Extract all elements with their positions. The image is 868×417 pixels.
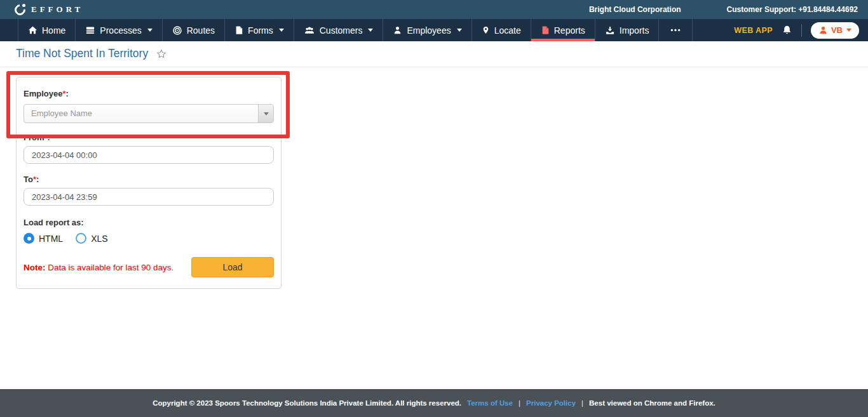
chevron-down-icon <box>279 29 284 32</box>
copyright-text: Copyright © 2023 Spoors Technology Solut… <box>153 399 461 407</box>
nav-item-customers[interactable]: Customers <box>294 19 384 41</box>
nav-item-home[interactable]: Home <box>18 19 76 41</box>
employees-icon <box>393 25 402 35</box>
chevron-down-icon <box>846 29 851 32</box>
web-app-link[interactable]: WEB APP <box>734 26 773 35</box>
forms-icon <box>234 25 243 35</box>
nav-item-routes[interactable]: Routes <box>163 19 225 41</box>
brand[interactable]: EFFORT <box>14 4 83 16</box>
user-icon <box>818 25 828 35</box>
user-menu-button[interactable]: VB <box>811 22 859 39</box>
chevron-down-icon <box>457 29 462 32</box>
company-name: Bright Cloud Corporation <box>589 5 681 14</box>
privacy-policy-link[interactable]: Privacy Policy <box>526 399 576 407</box>
processes-icon <box>85 25 95 35</box>
chevron-down-icon <box>264 112 269 116</box>
more-icon <box>668 25 682 35</box>
routes-icon <box>172 25 182 36</box>
load-report-as-label: Load report as: <box>24 218 274 227</box>
imports-icon <box>605 25 615 35</box>
employee-select-placeholder: Employee Name <box>24 105 258 122</box>
note-text: Note: Data is available for last 90 days… <box>24 263 173 272</box>
title-divider <box>0 67 868 67</box>
radio-option-xls[interactable]: XLS <box>76 233 107 244</box>
from-label: From*: <box>24 133 274 142</box>
employee-label: Employee*: <box>24 89 274 98</box>
customer-support-text: Customer Support: +91.84484.44692 <box>727 5 858 14</box>
employee-select[interactable]: Employee Name <box>24 104 274 123</box>
to-datetime-input[interactable] <box>24 188 274 206</box>
locate-icon <box>482 25 490 35</box>
to-label: To*: <box>24 175 274 184</box>
favorite-star-icon[interactable] <box>156 49 166 59</box>
nav-item-forms[interactable]: Forms <box>225 19 294 41</box>
nav-item-imports[interactable]: Imports <box>595 19 660 41</box>
nav-item-more[interactable] <box>659 19 693 41</box>
radio-xls[interactable] <box>76 233 86 244</box>
from-datetime-input[interactable] <box>24 146 274 164</box>
chevron-down-icon <box>147 29 153 32</box>
page-title: Time Not Spent In Territory <box>16 47 148 60</box>
radio-option-html[interactable]: HTML <box>24 233 63 244</box>
page: EFFORT Bright Cloud Corporation Customer… <box>0 0 868 417</box>
load-button[interactable]: Load <box>191 257 274 277</box>
report-filter-panel: Employee*: Employee Name From*: To*: Loa… <box>16 77 281 289</box>
home-icon <box>28 25 37 35</box>
customers-icon <box>304 25 315 35</box>
nav-item-processes[interactable]: Processes <box>76 19 162 41</box>
user-initials: VB <box>831 25 843 35</box>
effort-logo-icon <box>14 4 26 16</box>
main-nav: Home Processes Routes Forms Customers <box>0 19 868 41</box>
brand-name: EFFORT <box>31 4 83 15</box>
chevron-down-icon <box>368 29 373 32</box>
topbar: EFFORT Bright Cloud Corporation Customer… <box>0 0 868 19</box>
radio-html[interactable] <box>24 233 34 244</box>
report-format-radio-group: HTML XLS <box>24 233 274 244</box>
reports-icon <box>541 25 550 35</box>
notifications-bell-icon[interactable] <box>782 25 792 36</box>
nav-item-reports[interactable]: Reports <box>531 19 595 41</box>
footer: Copyright © 2023 Spoors Technology Solut… <box>0 389 868 417</box>
employee-select-dropdown-button[interactable] <box>258 105 273 122</box>
best-viewed-text: Best viewed on Chrome and Firefox. <box>589 399 715 407</box>
nav-divider <box>801 24 802 37</box>
nav-item-locate[interactable]: Locate <box>472 19 531 41</box>
nav-item-employees[interactable]: Employees <box>383 19 471 41</box>
terms-of-use-link[interactable]: Terms of Use <box>467 399 513 407</box>
